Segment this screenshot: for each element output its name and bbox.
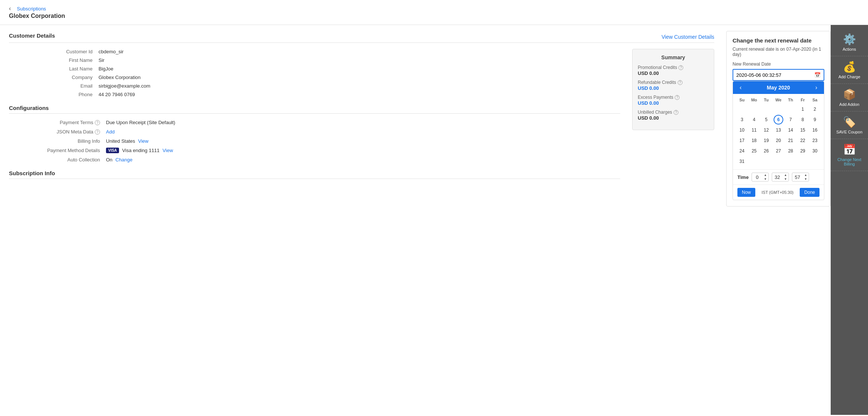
action-sidebar-item-save-coupon[interactable]: 🏷️SAVE Coupon bbox=[831, 111, 868, 139]
calendar-day[interactable]: 7 bbox=[786, 115, 796, 125]
renewal-title: Change the next renewal date bbox=[733, 37, 824, 44]
calendar-day[interactable]: 11 bbox=[749, 125, 759, 135]
page-title: Globex Corporation bbox=[9, 13, 859, 19]
customer-field-value: cbdemo_sir bbox=[99, 49, 311, 54]
calendar-day[interactable]: 15 bbox=[798, 125, 808, 135]
calendar-day[interactable]: 5 bbox=[761, 115, 771, 125]
time-hour-group: 0 ▲ ▼ bbox=[752, 173, 769, 182]
customer-details-divider bbox=[9, 42, 714, 43]
calendar-day[interactable]: 12 bbox=[761, 125, 771, 135]
action-sidebar-item-add-charge[interactable]: 💰Add Charge bbox=[831, 56, 868, 84]
time-section: Time 0 ▲ ▼ 32 ▲ ▼ 57 bbox=[733, 169, 824, 185]
calendar-day[interactable]: 29 bbox=[798, 146, 808, 156]
calendar-day[interactable]: 1 bbox=[798, 104, 808, 114]
breadcrumb-parent[interactable]: Subscriptions bbox=[17, 6, 46, 12]
calendar-day[interactable]: 16 bbox=[810, 125, 820, 135]
time-minute-down[interactable]: ▼ bbox=[783, 177, 789, 181]
customer-field-value: Sir bbox=[99, 57, 311, 63]
time-minute-up[interactable]: ▲ bbox=[783, 173, 789, 177]
config-text-value: United States bbox=[106, 138, 135, 144]
calendar-day[interactable]: 21 bbox=[786, 136, 796, 145]
calendar-empty-cell bbox=[810, 157, 820, 166]
calendar-day-of-week: Su bbox=[736, 97, 748, 103]
calendar-day[interactable]: 8 bbox=[798, 115, 808, 125]
time-second-group: 57 ▲ ▼ bbox=[792, 173, 809, 182]
calendar-next-button[interactable]: › bbox=[813, 84, 819, 91]
config-extra-link[interactable]: View bbox=[138, 138, 149, 144]
calendar-day[interactable]: 31 bbox=[737, 157, 747, 166]
calendar-day[interactable]: 27 bbox=[774, 146, 783, 156]
configurations-section: Configurations Payment Terms?Due Upon Re… bbox=[9, 105, 620, 163]
action-icon: 📦 bbox=[843, 88, 856, 101]
time-hour-up[interactable]: ▲ bbox=[762, 173, 768, 177]
config-view-link[interactable]: View bbox=[163, 148, 173, 153]
calendar-day[interactable]: 13 bbox=[774, 125, 783, 135]
customer-field-value: Globex Corporation bbox=[99, 75, 311, 80]
config-grid: Payment Terms?Due Upon Receipt (Site Def… bbox=[31, 120, 311, 163]
calendar-day[interactable]: 26 bbox=[761, 146, 771, 156]
config-add-link[interactable]: Add bbox=[106, 129, 115, 135]
calendar-icon[interactable]: 📅 bbox=[814, 72, 821, 78]
calendar-day[interactable]: 30 bbox=[810, 146, 820, 156]
calendar-empty-cell bbox=[737, 104, 747, 114]
summary-items: Promotional Credits?USD 0.00Refundable C… bbox=[638, 65, 709, 121]
calendar-empty-cell bbox=[786, 104, 796, 114]
summary-item-value: USD 0.00 bbox=[638, 115, 709, 121]
summary-help-icon[interactable]: ? bbox=[675, 95, 680, 100]
calendar-day-of-week: Fr bbox=[797, 97, 809, 103]
calendar-day[interactable]: 25 bbox=[749, 146, 759, 156]
calendar-day[interactable]: 14 bbox=[786, 125, 796, 135]
calendar-day[interactable]: 22 bbox=[798, 136, 808, 145]
action-sidebar-item-change-next-billing[interactable]: 📅Change Next Billing bbox=[831, 139, 868, 171]
action-sidebar-item-add-addon[interactable]: 📦Add Addon bbox=[831, 84, 868, 111]
renewal-date-input[interactable] bbox=[736, 72, 814, 78]
action-label: Actions bbox=[843, 47, 856, 51]
time-minute-group: 32 ▲ ▼ bbox=[772, 173, 789, 182]
calendar-prev-button[interactable]: ‹ bbox=[737, 84, 744, 91]
summary-help-icon[interactable]: ? bbox=[674, 110, 678, 115]
calendar-empty-cell bbox=[774, 104, 783, 114]
calendar-day[interactable]: 24 bbox=[737, 146, 747, 156]
calendar-day[interactable]: 10 bbox=[737, 125, 747, 135]
timezone-label: IST (GMT+05:30) bbox=[762, 190, 794, 195]
help-icon[interactable]: ? bbox=[95, 120, 100, 125]
time-second-down[interactable]: ▼ bbox=[803, 177, 809, 181]
content-area: Customer Details View Customer Details C… bbox=[0, 25, 723, 415]
calendar-day[interactable]: 2 bbox=[810, 104, 820, 114]
done-button[interactable]: Done bbox=[800, 188, 819, 197]
calendar-day[interactable]: 9 bbox=[810, 115, 820, 125]
summary-panel: Summary Promotional Credits?USD 0.00Refu… bbox=[632, 49, 714, 130]
calendar-day[interactable]: 6 bbox=[774, 115, 783, 125]
time-second-value: 57 bbox=[792, 173, 803, 181]
summary-item-label: Promotional Credits? bbox=[638, 65, 709, 70]
summary-help-icon[interactable]: ? bbox=[678, 80, 683, 85]
action-label: Add Addon bbox=[839, 102, 859, 107]
action-sidebar-item-actions[interactable]: ⚙️Actions bbox=[831, 29, 868, 56]
calendar-day[interactable]: 18 bbox=[749, 136, 759, 145]
now-button[interactable]: Now bbox=[737, 188, 755, 197]
calendar-day[interactable]: 19 bbox=[761, 136, 771, 145]
calendar-day[interactable]: 28 bbox=[786, 146, 796, 156]
calendar-day[interactable]: 3 bbox=[737, 115, 747, 125]
time-hour-down[interactable]: ▼ bbox=[762, 177, 768, 181]
calendar-day[interactable]: 17 bbox=[737, 136, 747, 145]
config-field-label: Auto Collection bbox=[31, 157, 106, 163]
calendar-day[interactable]: 23 bbox=[810, 136, 820, 145]
calendar-empty-cell bbox=[774, 157, 783, 166]
calendar-day[interactable]: 20 bbox=[774, 136, 783, 145]
back-arrow-icon[interactable]: ‹ bbox=[9, 5, 11, 12]
actions-sidebar: ⚙️Actions💰Add Charge📦Add Addon🏷️SAVE Cou… bbox=[831, 25, 868, 415]
renewal-bottom-bar: Now IST (GMT+05:30) Done bbox=[733, 185, 824, 200]
summary-help-icon[interactable]: ? bbox=[678, 65, 683, 70]
config-field-label: Payment Method Details bbox=[31, 148, 106, 153]
time-minute-arrows: ▲ ▼ bbox=[783, 173, 789, 181]
time-hour-value: 0 bbox=[752, 173, 762, 181]
time-minute-value: 32 bbox=[772, 173, 783, 181]
help-icon[interactable]: ? bbox=[95, 129, 100, 135]
summary-item: Excess Payments?USD 0.00 bbox=[638, 95, 709, 106]
time-second-up[interactable]: ▲ bbox=[803, 173, 809, 177]
view-customer-details-link[interactable]: View Customer Details bbox=[662, 34, 714, 40]
calendar-header: ‹ May 2020 › bbox=[733, 81, 824, 94]
calendar-day[interactable]: 4 bbox=[749, 115, 759, 125]
config-extra-link[interactable]: Change bbox=[115, 157, 132, 163]
